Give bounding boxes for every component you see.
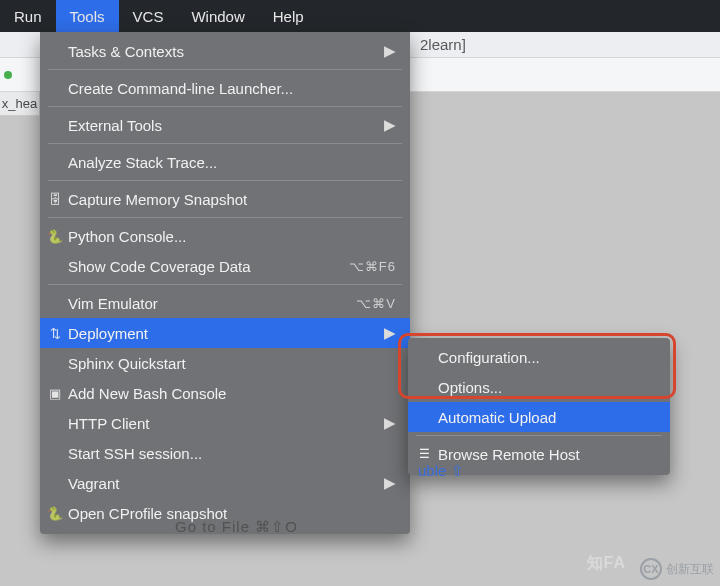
deploy-icon: ⇅: [46, 324, 64, 342]
menu-item-sphinx-quickstart[interactable]: Sphinx Quickstart: [40, 348, 410, 378]
tools-dropdown: Tasks & Contexts ▶ Create Command-line L…: [40, 32, 410, 534]
submenu-item-automatic-upload[interactable]: Automatic Upload: [408, 402, 670, 432]
watermark-logo-icon: CX: [640, 558, 662, 580]
menu-item-label: HTTP Client: [68, 415, 384, 432]
menu-item-label: Create Command-line Launcher...: [68, 80, 396, 97]
menu-item-label: Browse Remote Host: [438, 446, 656, 463]
editor-hint-fragment: Go to File ⌘⇧O: [175, 518, 298, 536]
left-gutter-tab[interactable]: x_hea: [0, 92, 40, 116]
menu-item-label: Start SSH session...: [68, 445, 396, 462]
chevron-right-icon: ▶: [384, 474, 396, 492]
memory-icon: 🗄: [46, 190, 64, 208]
menu-item-vagrant[interactable]: Vagrant ▶: [40, 468, 410, 498]
chevron-right-icon: ▶: [384, 116, 396, 134]
menu-item-external-tools[interactable]: External Tools ▶: [40, 110, 410, 140]
menu-run[interactable]: Run: [0, 0, 56, 32]
menu-item-label: Show Code Coverage Data: [68, 258, 349, 275]
menubar: Run Tools VCS Window Help: [0, 0, 720, 32]
menu-item-create-launcher[interactable]: Create Command-line Launcher...: [40, 73, 410, 103]
menu-item-label: Tasks & Contexts: [68, 43, 384, 60]
window-title-fragment: 2learn]: [420, 36, 466, 53]
submenu-item-options[interactable]: Options...: [408, 372, 670, 402]
menu-tools[interactable]: Tools: [56, 0, 119, 32]
menu-item-vim-emulator[interactable]: Vim Emulator ⌥⌘V: [40, 288, 410, 318]
remote-host-icon: ☰: [416, 446, 432, 462]
python-icon: 🐍: [46, 227, 64, 245]
menu-item-label: Analyze Stack Trace...: [68, 154, 396, 171]
menu-item-capture-memory[interactable]: 🗄 Capture Memory Snapshot: [40, 184, 410, 214]
menu-item-label: Vim Emulator: [68, 295, 356, 312]
chevron-right-icon: ▶: [384, 414, 396, 432]
menu-item-label: Options...: [438, 379, 656, 396]
menu-item-deployment[interactable]: ⇅ Deployment ▶: [40, 318, 410, 348]
menu-shortcut: ⌥⌘F6: [349, 259, 396, 274]
menu-item-add-bash-console[interactable]: ▣ Add New Bash Console: [40, 378, 410, 408]
menu-item-label: Sphinx Quickstart: [68, 355, 396, 372]
menu-help[interactable]: Help: [259, 0, 318, 32]
deployment-submenu: Configuration... Options... Automatic Up…: [408, 338, 670, 475]
menu-item-label: Automatic Upload: [438, 409, 656, 426]
menu-item-label: Deployment: [68, 325, 384, 342]
chevron-right-icon: ▶: [384, 42, 396, 60]
menu-item-tasks-contexts[interactable]: Tasks & Contexts ▶: [40, 36, 410, 66]
menu-item-analyze-stack-trace[interactable]: Analyze Stack Trace...: [40, 147, 410, 177]
menu-separator: [48, 106, 402, 107]
menu-shortcut: ⌥⌘V: [356, 296, 396, 311]
watermark: CX 创新互联: [640, 558, 714, 580]
editor-hint-fragment: uble ⇧: [418, 462, 464, 480]
menu-window[interactable]: Window: [177, 0, 258, 32]
menu-separator: [48, 69, 402, 70]
menu-separator: [48, 143, 402, 144]
menu-item-label: Python Console...: [68, 228, 396, 245]
submenu-item-configuration[interactable]: Configuration...: [408, 342, 670, 372]
watermark-text: 创新互联: [666, 561, 714, 578]
menu-item-coverage-data[interactable]: Show Code Coverage Data ⌥⌘F6: [40, 251, 410, 281]
menu-vcs[interactable]: VCS: [119, 0, 178, 32]
menu-item-label: External Tools: [68, 117, 384, 134]
menu-item-http-client[interactable]: HTTP Client ▶: [40, 408, 410, 438]
chevron-right-icon: ▶: [384, 324, 396, 342]
python-icon: 🐍: [46, 504, 64, 522]
watermark: 知FA: [587, 553, 626, 574]
menu-item-ssh-session[interactable]: Start SSH session...: [40, 438, 410, 468]
menu-separator: [48, 180, 402, 181]
menu-separator: [48, 217, 402, 218]
bash-icon: ▣: [46, 384, 64, 402]
menu-separator: [48, 284, 402, 285]
run-status-icon: [4, 71, 12, 79]
menu-separator: [416, 435, 662, 436]
menu-item-label: Configuration...: [438, 349, 656, 366]
menu-item-python-console[interactable]: 🐍 Python Console...: [40, 221, 410, 251]
menu-item-label: Vagrant: [68, 475, 384, 492]
menu-item-label: Capture Memory Snapshot: [68, 191, 396, 208]
menu-item-label: Add New Bash Console: [68, 385, 396, 402]
